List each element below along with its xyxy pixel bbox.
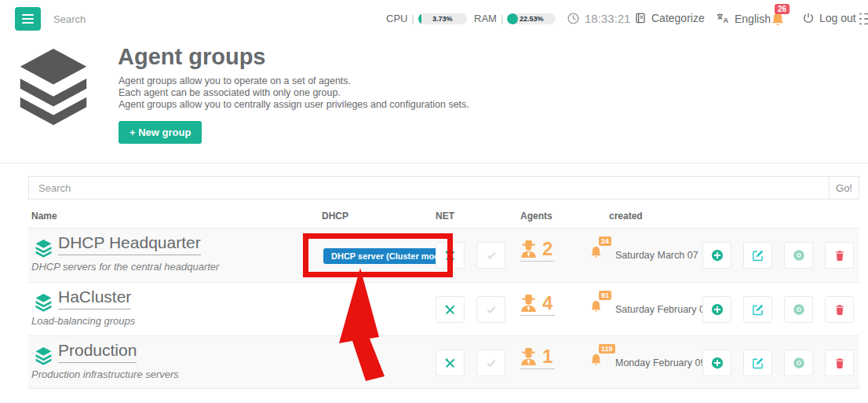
- page-title: Agent groups: [118, 44, 266, 70]
- disc-button[interactable]: [784, 350, 813, 376]
- bell-icon: [589, 299, 604, 314]
- trash-icon: [833, 303, 846, 317]
- agent-person-icon: [520, 346, 537, 366]
- description-line: Each agent can be associated with only o…: [119, 87, 469, 99]
- plus-circle-icon: [710, 248, 724, 262]
- translate-icon: A: [716, 12, 730, 26]
- tools-icon: [443, 303, 457, 317]
- delete-group-button[interactable]: [825, 350, 854, 376]
- column-header-net: NET: [436, 211, 454, 222]
- language-menu-item[interactable]: A English: [716, 12, 771, 26]
- table-header: Name DHCP NET Agents created: [28, 200, 859, 229]
- time-text: 18:33:21: [585, 12, 630, 25]
- ram-value: 22.53%: [507, 13, 556, 24]
- net-tools-button[interactable]: [436, 350, 465, 376]
- ram-label: RAM: [474, 13, 497, 24]
- description-line: Agent groups allow you to operate on a s…: [119, 75, 469, 87]
- global-search-input[interactable]: [53, 10, 226, 27]
- book-icon: [634, 12, 647, 24]
- group-subtitle: Load-balancing groups: [31, 315, 135, 327]
- section-divider: [0, 163, 868, 163]
- topbar: CPU | 3.73% RAM | 22.53% 18:33:21: [0, 0, 868, 38]
- table-row: HaCluster Load-balancing groups 4 91 Sat…: [28, 282, 859, 335]
- right-sidebar-toggle[interactable]: [859, 12, 868, 26]
- edit-group-button[interactable]: [743, 350, 772, 376]
- plus-circle-icon: [710, 302, 724, 317]
- agents-count: 4: [542, 294, 553, 313]
- menu-toggle-button[interactable]: [15, 7, 41, 31]
- created-date: Saturday February 07: [615, 304, 710, 315]
- agents-count-link[interactable]: 1: [520, 346, 555, 369]
- group-layers-icon: [35, 294, 53, 312]
- logout-menu-item[interactable]: Log out: [802, 12, 856, 24]
- language-label: English: [735, 13, 771, 25]
- svg-text:A: A: [723, 16, 728, 24]
- agents-count-link[interactable]: 4: [520, 293, 555, 316]
- net-check-button[interactable]: [476, 296, 505, 323]
- agents-count-link[interactable]: 2: [520, 239, 555, 262]
- column-header-created: created: [609, 211, 643, 222]
- column-header-agents: Agents: [520, 211, 553, 222]
- column-header-name: Name: [31, 211, 57, 222]
- new-group-button[interactable]: + New group: [119, 121, 202, 144]
- disc-icon: [792, 356, 806, 370]
- edit-icon: [751, 357, 764, 370]
- bell-icon: [589, 353, 604, 368]
- cpu-indicator: CPU | 3.73%: [386, 13, 467, 24]
- disc-button[interactable]: [784, 242, 813, 269]
- agent-person-icon: [520, 293, 537, 313]
- ram-indicator: RAM | 22.53%: [474, 13, 556, 24]
- disc-button[interactable]: [784, 296, 813, 323]
- description-line: Agent groups allow you to centrally assi…: [119, 99, 469, 111]
- agent-groups-page: CPU | 3.73% RAM | 22.53% 18:33:21: [0, 0, 868, 403]
- notification-count-badge: 26: [775, 4, 790, 14]
- go-button[interactable]: Go!: [830, 176, 859, 200]
- tools-icon: [443, 249, 457, 262]
- groups-table: Go! Name DHCP NET Agents created DHCP He…: [28, 176, 859, 389]
- ram-progress-bar: 22.53%: [507, 13, 556, 24]
- plus-circle-icon: [710, 356, 724, 370]
- list-icon: [859, 12, 868, 26]
- group-layers-icon: [35, 347, 53, 365]
- categorize-menu-item[interactable]: Categorize: [634, 12, 705, 24]
- layers-icon: [20, 49, 87, 126]
- trash-icon: [833, 249, 846, 262]
- group-subtitle: Production infrastructure servers: [31, 368, 179, 380]
- edit-icon: [751, 303, 764, 317]
- trash-icon: [833, 357, 846, 370]
- add-agent-button[interactable]: [702, 350, 731, 376]
- column-header-dhcp: DHCP: [322, 211, 348, 222]
- created-date: Monday February 09: [615, 357, 706, 368]
- edit-icon: [751, 249, 764, 262]
- net-tools-button[interactable]: [436, 296, 465, 323]
- delete-group-button[interactable]: [825, 242, 854, 269]
- notifications-button[interactable]: 26: [769, 11, 790, 31]
- tools-icon: [443, 357, 457, 370]
- add-agent-button[interactable]: [702, 242, 731, 269]
- created-date: Saturday March 07: [615, 250, 698, 261]
- delete-group-button[interactable]: [825, 296, 854, 323]
- net-check-button[interactable]: [476, 350, 505, 376]
- categorize-label: Categorize: [651, 12, 705, 24]
- table-search-input[interactable]: [28, 176, 830, 200]
- edit-group-button[interactable]: [743, 242, 772, 269]
- logout-label: Log out: [819, 12, 856, 24]
- edit-group-button[interactable]: [743, 296, 772, 323]
- separator: |: [411, 13, 414, 24]
- net-tools-button[interactable]: [436, 242, 465, 269]
- agent-person-icon: [520, 239, 537, 258]
- group-name-link[interactable]: Production: [58, 341, 137, 363]
- group-name-link[interactable]: DHCP Headquarter: [58, 233, 201, 255]
- power-icon: [802, 12, 815, 24]
- clock: 18:33:21: [567, 12, 630, 25]
- check-icon: [485, 357, 498, 369]
- clock-icon: [567, 12, 580, 25]
- table-row: Production Production infrastructure ser…: [28, 335, 859, 389]
- menu-icon: [22, 14, 34, 16]
- net-check-button[interactable]: [476, 242, 505, 269]
- check-icon: [485, 249, 498, 262]
- group-name-link[interactable]: HaCluster: [58, 288, 131, 310]
- table-row: DHCP Headquarter DHCP servers for the ce…: [28, 229, 859, 282]
- add-agent-button[interactable]: [702, 296, 731, 323]
- disc-icon: [792, 248, 806, 262]
